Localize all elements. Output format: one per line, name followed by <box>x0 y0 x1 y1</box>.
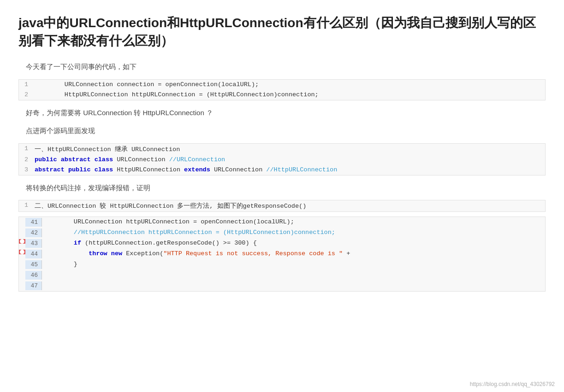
code-line: 1 一、HttpURLConnection 继承 URLConnection <box>19 144 545 155</box>
line-content: URLConnection connection = openConnectio… <box>33 81 545 88</box>
line-content <box>42 281 545 289</box>
line-number: 47 <box>25 281 42 290</box>
line-number: 41 <box>25 218 42 227</box>
code-line: 1 二、URLConnection 较 HttpURLConnection 多一… <box>19 200 545 211</box>
line-content: if (httpURLConnection.getResponseCode() … <box>42 239 545 247</box>
code-line: 41 URLConnection httpURLConnection = ope… <box>19 217 545 228</box>
line-number: 1 <box>19 81 33 88</box>
code-line: 2 public abstract class URLConnection //… <box>19 155 545 165</box>
code-block-3: 1 二、URLConnection 较 HttpURLConnection 多一… <box>18 200 546 212</box>
code-line: 43 if (httpURLConnection.getResponseCode… <box>19 238 545 249</box>
line-content: throw new Exception("HTTP Request is not… <box>42 250 545 257</box>
line-number: 3 <box>19 166 33 174</box>
code-line: 3 abstract public class HttpURLConnectio… <box>19 165 545 175</box>
line-number: 44 <box>25 250 42 258</box>
error-icon <box>20 250 24 254</box>
line-content: } <box>42 260 545 268</box>
code-block-2: 1 一、HttpURLConnection 继承 URLConnection 2… <box>18 143 546 176</box>
line-number: 43 <box>25 239 42 248</box>
error-icon <box>20 239 24 244</box>
code-line: 1 URLConnection connection = openConnect… <box>19 80 545 90</box>
line-number: 46 <box>25 271 42 280</box>
line-content: URLConnection httpURLConnection = openCo… <box>42 218 545 226</box>
line-number: 1 <box>19 145 33 152</box>
line-number: 2 <box>19 91 33 99</box>
line-content: //HttpURLConnection httpURLConnection = … <box>42 228 545 236</box>
code-block-4: 41 URLConnection httpURLConnection = ope… <box>18 216 546 292</box>
code-line: 45 } <box>19 259 545 270</box>
code-line: 42 //HttpURLConnection httpURLConnection… <box>19 228 545 238</box>
line-number: 42 <box>25 228 42 237</box>
page-title: java中的URLConnection和HttpURLConnection有什么… <box>18 14 546 50</box>
paragraph-4: 将转换的代码注掉，发现编译报错，证明 <box>26 182 546 194</box>
code-line: 46 <box>19 270 545 281</box>
line-content: abstract public class HttpURLConnection … <box>33 166 545 174</box>
paragraph-2: 好奇，为何需要将 URLConnection 转 HttpURLConnecti… <box>26 107 546 119</box>
error-gutter <box>19 250 25 254</box>
paragraph-1: 今天看了一下公司同事的代码，如下 <box>26 61 546 73</box>
line-number: 2 <box>19 156 33 164</box>
paragraph-3: 点进两个源码里面发现 <box>26 125 546 137</box>
line-content: 一、HttpURLConnection 继承 URLConnection <box>33 145 545 154</box>
code-line: 2 HttpURLConnection httpURLConnection = … <box>19 90 545 100</box>
line-content <box>42 271 545 279</box>
line-content: public abstract class URLConnection //UR… <box>33 156 545 164</box>
error-gutter <box>19 239 25 244</box>
code-block-1: 1 URLConnection connection = openConnect… <box>18 79 546 100</box>
line-content: HttpURLConnection httpURLConnection = (H… <box>33 91 545 99</box>
line-number: 45 <box>25 260 42 269</box>
code-line: 47 <box>19 281 545 291</box>
line-content: 二、URLConnection 较 HttpURLConnection 多一些方… <box>33 201 545 211</box>
line-number: 1 <box>19 201 33 209</box>
code-line: 44 throw new Exception("HTTP Request is … <box>19 249 545 259</box>
